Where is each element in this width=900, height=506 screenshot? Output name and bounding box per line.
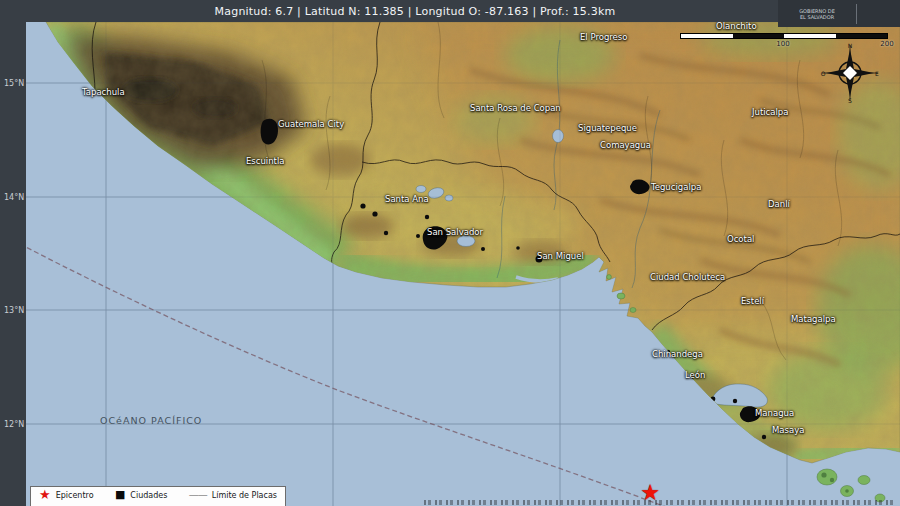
- legend-item-star: ★Epicentro: [39, 490, 94, 500]
- epicenter-star-icon: ★: [640, 484, 660, 502]
- scale-label: 200: [880, 40, 893, 48]
- line-icon: ——: [189, 490, 207, 500]
- svg-text:N: N: [848, 43, 853, 49]
- latitude-label: 13°N: [4, 306, 24, 315]
- square-icon: ■: [115, 490, 125, 500]
- legend-label: Ciudades: [130, 491, 167, 500]
- svg-text:O: O: [821, 70, 826, 77]
- map-legend: ★Epicentro■Ciudades——Límite de Placas: [30, 486, 286, 506]
- compass-rose-icon: N S E O: [820, 43, 880, 103]
- legend-item-square: ■Ciudades: [115, 490, 167, 500]
- earthquake-map-window: TapachulaGuatemala CityEscuintlaOlanchit…: [0, 0, 900, 506]
- header-bar: Magnitud: 6.7 | Latitud N: 11.385 | Long…: [0, 0, 900, 22]
- terrain-relief-map: [0, 0, 900, 506]
- latitude-label: 12°N: [4, 420, 24, 429]
- legend-label: Epicentro: [56, 491, 94, 500]
- logo-separator: [856, 4, 857, 24]
- logo-line2: EL SALVADOR: [778, 14, 856, 20]
- latitude-axis-strip: 15°N14°N13°N12°N: [0, 22, 26, 506]
- svg-text:S: S: [848, 97, 852, 103]
- scale-label: 100: [776, 40, 789, 48]
- latitude-label: 15°N: [4, 79, 24, 88]
- legend-item-line: ——Límite de Placas: [189, 490, 277, 500]
- event-summary-title: Magnitud: 6.7 | Latitud N: 11.385 | Long…: [215, 5, 616, 18]
- map-scale-bar: 100200: [680, 33, 888, 39]
- star-icon: ★: [39, 490, 51, 500]
- latitude-label: 14°N: [4, 193, 24, 202]
- svg-text:E: E: [875, 70, 879, 77]
- legend-label: Límite de Placas: [212, 491, 277, 500]
- government-logo: GOBIERNO DE EL SALVADOR: [778, 0, 900, 27]
- ocean-label: OCéANO PACÍFICO: [100, 415, 202, 426]
